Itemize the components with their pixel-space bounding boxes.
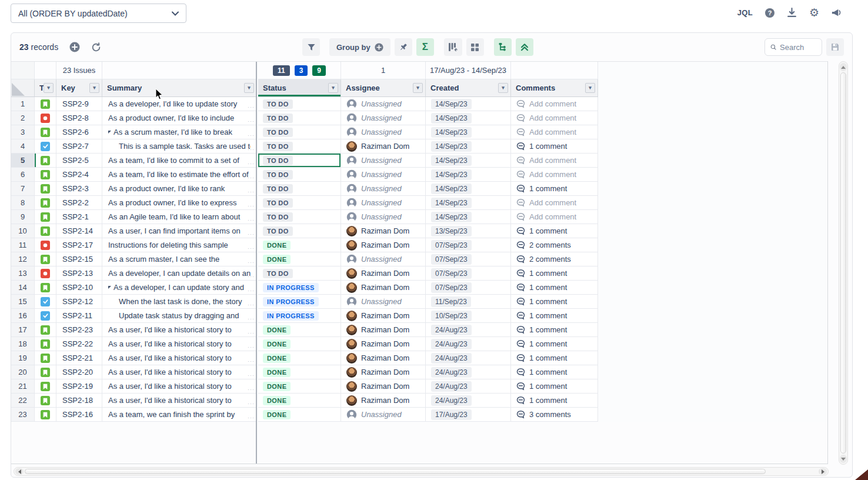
- select-all-corner[interactable]: [11, 79, 35, 97]
- status-cell[interactable]: TO DO: [258, 97, 341, 111]
- horizontal-scrollbar[interactable]: [14, 467, 829, 476]
- save-view-button[interactable]: [826, 38, 844, 56]
- comment-label[interactable]: 1 comment: [529, 311, 567, 320]
- issue-key-cell[interactable]: SSP2-23: [56, 323, 102, 337]
- status-cell[interactable]: TO DO: [258, 154, 341, 168]
- scroll-down-button[interactable]: [840, 455, 847, 463]
- row-number-cell[interactable]: 18: [11, 337, 35, 351]
- saved-filter-select[interactable]: All (ORDER BY updatedDate): [11, 4, 186, 23]
- row-number-cell[interactable]: 14: [11, 281, 35, 295]
- comment-label[interactable]: 1 comment: [529, 368, 567, 376]
- issue-key-cell[interactable]: SSP2-19: [56, 379, 102, 394]
- summary-cell[interactable]: As a user, I'd like a historical story t…: [102, 337, 257, 351]
- comments-cell[interactable]: Add comment: [511, 97, 598, 111]
- issue-key-cell[interactable]: SSP2-18: [56, 394, 102, 408]
- created-cell[interactable]: 24/Aug/23: [426, 379, 511, 394]
- column-filter-dropdown[interactable]: [585, 83, 595, 93]
- status-cell[interactable]: TO DO: [258, 210, 341, 224]
- status-cell[interactable]: TO DO: [258, 182, 341, 196]
- row-number-cell[interactable]: 6: [11, 168, 35, 182]
- issue-type-cell[interactable]: [35, 111, 56, 125]
- row-number-cell[interactable]: 16: [11, 309, 35, 323]
- comments-cell[interactable]: 1 comment: [511, 182, 598, 196]
- created-cell[interactable]: 14/Sep/23: [426, 210, 511, 224]
- row-number-cell[interactable]: 4: [11, 139, 35, 154]
- status-cell[interactable]: DONE: [258, 379, 341, 394]
- status-cell[interactable]: DONE: [258, 365, 341, 379]
- comment-label[interactable]: 1 comment: [529, 297, 567, 306]
- assignee-cell[interactable]: Raziman Dom: [341, 365, 426, 379]
- sum-button[interactable]: Σ: [416, 38, 434, 56]
- row-number-cell[interactable]: 2: [11, 111, 35, 125]
- comment-label[interactable]: 1 comment: [529, 269, 567, 278]
- created-cell[interactable]: 10/Sep/23: [426, 309, 511, 323]
- comment-label[interactable]: Add comment: [529, 128, 576, 136]
- vertical-scrollbar-thumb[interactable]: [840, 72, 846, 454]
- row-number-cell[interactable]: 15: [11, 295, 35, 309]
- created-cell[interactable]: 14/Sep/23: [426, 111, 511, 125]
- created-cell[interactable]: 07/Sep/23: [426, 252, 511, 266]
- created-cell[interactable]: 14/Sep/23: [426, 139, 511, 154]
- created-cell[interactable]: 14/Sep/23: [426, 168, 511, 182]
- megaphone-icon[interactable]: [831, 7, 842, 18]
- column-header-assignee[interactable]: Assignee: [341, 79, 426, 97]
- comments-cell[interactable]: 1 comment: [511, 394, 598, 408]
- summary-cell[interactable]: This is a sample task. Tasks are used to: [102, 139, 257, 154]
- summary-cell[interactable]: As a scrum master, I'd like to break: [102, 125, 257, 139]
- columns-button[interactable]: [444, 38, 462, 56]
- issue-key-cell[interactable]: SSP2-21: [56, 351, 102, 365]
- summary-cell[interactable]: As a team, I'd like to estimate the effo…: [102, 168, 257, 182]
- assignee-cell[interactable]: Unassigned: [341, 295, 426, 309]
- row-number-cell[interactable]: 23: [11, 408, 35, 422]
- comments-cell[interactable]: 1 comment: [511, 309, 598, 323]
- issue-key-cell[interactable]: SSP2-16: [56, 408, 102, 422]
- horizontal-scrollbar-thumb[interactable]: [25, 469, 766, 474]
- comment-label[interactable]: 1 comment: [529, 226, 567, 235]
- issue-type-cell[interactable]: [35, 337, 56, 351]
- status-cell[interactable]: DONE: [258, 323, 341, 337]
- row-number-cell[interactable]: 10: [11, 224, 35, 238]
- status-cell[interactable]: TO DO: [258, 139, 341, 154]
- search-box[interactable]: [764, 38, 822, 56]
- status-cell[interactable]: IN PROGRESS: [258, 281, 341, 295]
- download-icon[interactable]: [786, 7, 797, 18]
- created-cell[interactable]: 24/Aug/23: [426, 323, 511, 337]
- issue-key-cell[interactable]: SSP2-11: [56, 309, 102, 323]
- issue-type-cell[interactable]: [35, 365, 56, 379]
- created-cell[interactable]: 14/Sep/23: [426, 182, 511, 196]
- comment-label[interactable]: 1 comment: [529, 142, 567, 151]
- summary-cell[interactable]: As a team, I'd like to commit to a set o…: [102, 154, 257, 168]
- issue-type-cell[interactable]: [35, 125, 56, 139]
- comments-cell[interactable]: Add comment: [511, 168, 598, 182]
- issue-key-cell[interactable]: SSP2-20: [56, 365, 102, 379]
- assignee-cell[interactable]: Raziman Dom: [341, 238, 426, 252]
- row-number-cell[interactable]: 5: [11, 154, 35, 168]
- status-cell[interactable]: TO DO: [258, 125, 341, 139]
- assignee-cell[interactable]: Raziman Dom: [341, 337, 426, 351]
- layout-button[interactable]: [466, 38, 484, 56]
- assignee-cell[interactable]: Unassigned: [341, 182, 426, 196]
- created-cell[interactable]: 24/Aug/23: [426, 365, 511, 379]
- status-cell[interactable]: TO DO: [258, 196, 341, 210]
- column-filter-dropdown[interactable]: [44, 83, 54, 93]
- expand-marker-icon[interactable]: [108, 131, 111, 134]
- comments-cell[interactable]: Add comment: [511, 111, 598, 125]
- gear-icon[interactable]: ⚙: [809, 7, 820, 18]
- comment-label[interactable]: 1 comment: [529, 325, 567, 334]
- status-cell[interactable]: TO DO: [258, 168, 341, 182]
- summary-cell[interactable]: As a product owner, I'd like to include: [102, 111, 257, 125]
- comment-label[interactable]: 2 comments: [529, 255, 571, 264]
- group-by-button[interactable]: Group by: [329, 38, 390, 56]
- issue-key-cell[interactable]: SSP2-7: [56, 139, 102, 154]
- expand-marker-icon[interactable]: [108, 286, 111, 289]
- comment-label[interactable]: 3 comments: [529, 410, 571, 419]
- summary-cell[interactable]: As a product owner, I'd like to express: [102, 196, 257, 210]
- summary-cell[interactable]: As a scrum master, I can see the: [102, 252, 257, 266]
- assignee-cell[interactable]: Unassigned: [341, 154, 426, 168]
- comment-label[interactable]: 1 comment: [529, 339, 567, 348]
- comment-label[interactable]: Add comment: [529, 170, 576, 179]
- comment-label[interactable]: 2 comments: [529, 241, 571, 249]
- summary-cell[interactable]: Update task status by dragging and: [102, 309, 257, 323]
- status-cell[interactable]: IN PROGRESS: [258, 295, 341, 309]
- column-filter-dropdown[interactable]: [89, 83, 99, 93]
